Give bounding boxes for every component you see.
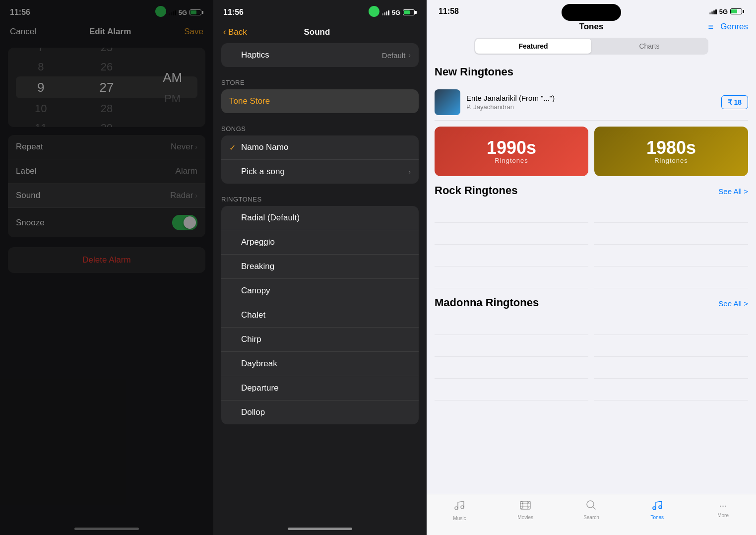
rock-item-whole-lotta[interactable]: Whole Lotta Love Led Zeppelin ₹ 18 <box>435 245 588 267</box>
ringtone-arpeggio[interactable]: Arpeggio <box>221 230 419 255</box>
haptics-row[interactable]: Haptics Default › <box>221 43 419 67</box>
tab-search-label: Search <box>583 515 599 520</box>
network-p2: 5G <box>392 9 400 16</box>
ringtone-dollop-label: Dollop <box>241 407 411 417</box>
haptics-section: Haptics Default › <box>221 43 419 67</box>
tab-bar: Music Movies Search <box>427 494 756 535</box>
namo-namo-label: Namo Namo <box>241 142 411 152</box>
banner-row: 1990s Ringtones 1980s Ringtones <box>435 127 748 176</box>
featured-tab[interactable]: Featured <box>475 39 591 54</box>
more-icon: ··· <box>719 499 727 511</box>
haptics-value: Default <box>382 51 406 60</box>
rock-see-all[interactable]: See All > <box>718 187 748 196</box>
ringtone-radial[interactable]: Radial (Default) <box>221 206 419 230</box>
haptics-chevron-icon: › <box>408 51 411 59</box>
madonna-section-header: Madonna Ringtones See All > <box>435 296 748 309</box>
svg-point-0 <box>455 507 458 510</box>
back-chevron-icon: ‹ <box>223 27 226 37</box>
rock-ringtones-title: Rock Ringtones <box>435 184 517 197</box>
rock-left-col: Jump Van Halen ₹ 18 Kashmir Led Zeppelin… <box>435 201 588 288</box>
tones-title: Tones <box>579 22 604 32</box>
ringtones-list: Radial (Default) Arpeggio Breaking Canop… <box>221 206 419 424</box>
back-button[interactable]: ‹ Back <box>223 27 247 37</box>
tab-tones[interactable]: Tones <box>624 499 690 520</box>
menu-icon[interactable]: ≡ <box>708 22 713 32</box>
tab-music[interactable]: Music <box>427 499 493 521</box>
banner-1980s-year: 1980s <box>646 139 696 157</box>
madonna-item-angel[interactable]: Angel Madonna ₹ 18 <box>435 313 588 335</box>
ringtone-dollop[interactable]: Dollop <box>221 401 419 424</box>
search-icon <box>585 499 597 513</box>
pick-song-chevron-icon: › <box>408 168 411 176</box>
signal-icon-p3 <box>709 8 717 14</box>
songs-section-header: SONGS <box>213 121 427 135</box>
tones-icon <box>651 499 663 513</box>
tone-store-row[interactable]: Tone Store <box>221 89 419 113</box>
tab-more[interactable]: ··· More <box>690 499 756 518</box>
madonna-right-col: Future L... Madonna ₹ 18 Heartbe... Mado… <box>594 313 748 401</box>
ringtone-breaking[interactable]: Breaking <box>221 255 419 279</box>
price-button-jayachandran[interactable]: ₹ 18 <box>721 95 748 109</box>
ringtone-daybreak[interactable]: Daybreak <box>221 352 419 376</box>
madonna-ringtones-list: Angel Madonna ₹ 18 Candy Shop Madonna ₹ … <box>435 313 748 401</box>
madonna-item-how-high[interactable]: How Hig... Madonna ₹ 18 <box>594 357 748 379</box>
rock-item-rockstar[interactable]: Rocksta... Nickelba... ₹ 18 <box>594 245 748 267</box>
tab-movies-label: Movies <box>517 515 533 520</box>
network-p3: 5G <box>719 8 728 15</box>
tone-store-label: Tone Store <box>229 96 411 106</box>
madonna-item-devil[interactable]: Don't Wouldn't... Madonna ₹ 18 <box>435 379 588 401</box>
ringtone-chirp[interactable]: Chirp <box>221 328 419 352</box>
rock-item-jump[interactable]: Jump Van Halen ₹ 18 <box>435 201 588 223</box>
tab-search[interactable]: Search <box>559 499 625 520</box>
svg-point-5 <box>659 506 662 509</box>
madonna-item-forbidden[interactable]: Forbidden Love Madonna ₹ 18 <box>435 357 588 379</box>
tab-movies[interactable]: Movies <box>493 499 559 520</box>
movies-icon <box>519 499 531 513</box>
banner-1980s[interactable]: 1980s Ringtones <box>594 127 748 176</box>
tones-content: New Ringtones Ente Janalarikil (From "..… <box>427 60 756 505</box>
status-icons-p2: 5G <box>369 6 417 19</box>
banner-1980s-label: Ringtones <box>654 157 688 164</box>
tones-header: Tones Genres ≡ Featured Charts <box>427 19 756 60</box>
namo-namo-row[interactable]: ✓ Namo Namo <box>221 135 419 160</box>
rock-right-col: Numb / B... LINKIN P... ₹ 18 Stairway...… <box>594 201 748 288</box>
tab-music-label: Music <box>453 516 466 521</box>
madonna-see-all[interactable]: See All > <box>718 299 748 308</box>
edit-alarm-panel: 11:56 5G Cancel Edit Alarm Save 7 8 <box>0 0 213 535</box>
status-time-p2: 11:56 <box>223 8 244 17</box>
madonna-item-heartbeat[interactable]: Heartbe... Madonna ₹ 18 <box>594 335 748 357</box>
madonna-item-hure[interactable]: Hure M... Madonna ₹ 18 <box>594 379 748 401</box>
status-bar-p2: 11:56 5G <box>213 0 427 23</box>
segment-control: Featured Charts <box>474 38 708 55</box>
tab-more-label: More <box>717 513 729 518</box>
ringtone-canopy[interactable]: Canopy <box>221 279 419 303</box>
ringtone-canopy-label: Canopy <box>241 286 411 296</box>
ringtone-item-jayachandran[interactable]: Ente Janalarikil (From "...") P. Jayacha… <box>435 84 748 121</box>
ringtone-name-jayachandran: Ente Janalarikil (From "...") <box>466 94 721 102</box>
rock-item-numb[interactable]: Numb LINKIN PARK ₹ 18 <box>435 267 588 288</box>
madonna-item-candy[interactable]: Candy Shop Madonna ₹ 18 <box>435 335 588 357</box>
banner-1990s-year: 1990s <box>487 139 536 157</box>
madonna-item-future[interactable]: Future L... Madonna ₹ 18 <box>594 313 748 335</box>
new-ringtones-title: New Ringtones <box>435 66 748 78</box>
pick-a-song-row[interactable]: Pick a song › <box>221 160 419 184</box>
rock-item-stairway[interactable]: Stairway... Led Zepp... ₹ 18 <box>594 223 748 245</box>
madonna-ringtones-title: Madonna Ringtones <box>435 296 539 309</box>
status-icons-p3: 5G <box>709 8 744 15</box>
rock-ringtones-list: Jump Van Halen ₹ 18 Kashmir Led Zeppelin… <box>435 201 748 288</box>
banner-1990s[interactable]: 1990s Ringtones <box>435 127 588 176</box>
madonna-left-col: Angel Madonna ₹ 18 Candy Shop Madonna ₹ … <box>435 313 588 401</box>
rock-item-numb-b[interactable]: Numb / B... LINKIN P... ₹ 18 <box>594 201 748 223</box>
ringtone-chalet[interactable]: Chalet <box>221 303 419 328</box>
battery-p3 <box>730 8 744 14</box>
rock-item-walk[interactable]: Walk Foo Fight... ₹ 18 <box>594 267 748 288</box>
ringtone-departure[interactable]: Departure <box>221 376 419 401</box>
genres-button[interactable]: Genres <box>720 22 748 32</box>
checkmark-icon: ✓ <box>229 143 241 152</box>
banner-1990s-label: Ringtones <box>495 157 528 164</box>
back-label: Back <box>228 27 247 37</box>
charts-tab[interactable]: Charts <box>591 39 707 54</box>
rock-item-kashmir[interactable]: Kashmir Led Zeppelin ₹ 18 <box>435 223 588 245</box>
ringtone-radial-label: Radial (Default) <box>241 213 411 223</box>
svg-point-1 <box>461 506 464 509</box>
